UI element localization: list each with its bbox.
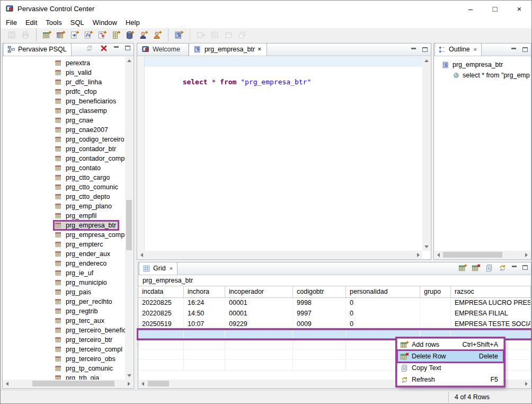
new-view-button[interactable]	[54, 29, 68, 41]
tree-item-table[interactable]: prg_terceiro_obs	[3, 354, 125, 364]
editor-tab[interactable]: prg_empresa_btr ×	[189, 43, 268, 56]
grid-column-header[interactable]: incdata	[138, 286, 184, 297]
window-button[interactable]	[221, 29, 235, 41]
tree-item-table[interactable]: pr_dfc_linha	[3, 77, 125, 87]
new-function-button[interactable]	[82, 29, 95, 41]
tree-item-table[interactable]: prg_ctto_depto	[3, 192, 125, 201]
tree-item-table[interactable]: prg_municipio	[3, 278, 125, 287]
tree-item-table[interactable]: prg_emp_plano	[3, 201, 125, 211]
close-button[interactable]: ×	[507, 1, 531, 16]
stop-icon[interactable]	[99, 43, 109, 54]
delete-row-button[interactable]	[471, 262, 481, 273]
tree-item-table[interactable]: prg_trb_gia	[3, 373, 125, 380]
save-button[interactable]	[5, 29, 19, 41]
close-tab-icon[interactable]: ×	[169, 265, 173, 271]
menu-item[interactable]: Tools	[41, 17, 66, 28]
sql-editor[interactable]: select * from "prg_empresa_btr"	[138, 57, 422, 251]
tree-item-table[interactable]: prg_terceiro_btr	[3, 335, 125, 345]
tree-item-table[interactable]: prg_terceiro_compl	[3, 345, 125, 354]
menu-item-refresh[interactable]: Refresh F5	[397, 374, 503, 385]
menu-item-delete-row[interactable]: Delete Row Delete	[397, 350, 503, 362]
outline-horizontal-scrollbar[interactable]	[435, 251, 530, 259]
new-table-button[interactable]	[36, 29, 54, 41]
tree-item-table[interactable]: pis_valid	[3, 68, 125, 77]
close-tab-icon[interactable]: ×	[473, 46, 477, 52]
sidebar-vertical-scrollbar[interactable]	[125, 57, 133, 380]
sidebar-horizontal-scrollbar[interactable]	[3, 380, 133, 388]
print-button[interactable]	[19, 29, 32, 41]
tree-item-table[interactable]: prg_ender_aux	[3, 249, 125, 259]
grid-row[interactable]	[138, 330, 531, 339]
maximize-panel-button[interactable]	[521, 47, 529, 54]
tree-item-table[interactable]: prg_empfil	[3, 211, 125, 221]
new-trigger-button[interactable]	[95, 29, 109, 41]
tree-item-table[interactable]: prg_contato	[3, 163, 125, 173]
menu-item[interactable]: SQL	[66, 17, 88, 28]
close-tab-icon[interactable]: ×	[258, 46, 261, 53]
export-data-button[interactable]	[190, 29, 208, 41]
refresh-icon[interactable]	[84, 43, 95, 54]
new-database-button[interactable]	[123, 29, 137, 41]
tree-item-table[interactable]: prg_codigo_terceiro	[3, 135, 125, 144]
new-index-button[interactable]	[109, 29, 123, 41]
sql-statement-line[interactable]: select * from "prg_empresa_btr"	[145, 57, 422, 67]
tree-item-table[interactable]: prg_ctto_comunic	[3, 182, 125, 192]
grid-column-header[interactable]: inchora	[184, 286, 225, 297]
tree-item-table[interactable]: prg_cnae	[3, 116, 125, 125]
open-grid-button[interactable]	[208, 29, 221, 41]
menu-item-add-rows[interactable]: Add rows Ctrl+Shift+A	[397, 339, 503, 350]
editor-horizontal-scrollbar[interactable]	[138, 251, 422, 259]
maximize-panel-button[interactable]	[123, 45, 131, 52]
tree-item-table[interactable]: prg_contador_compl	[3, 154, 125, 163]
tree-item-table[interactable]: prg_terc_aux	[3, 316, 125, 326]
editor-tab[interactable]: Welcome	[137, 43, 189, 56]
editor-vertical-scrollbar[interactable]	[422, 57, 430, 251]
copy-button[interactable]	[484, 262, 494, 273]
maximize-button[interactable]: □	[483, 1, 507, 16]
menu-item[interactable]: File	[2, 17, 21, 28]
windows-button[interactable]	[235, 29, 249, 41]
menu-item[interactable]: Edit	[21, 17, 41, 28]
tree-item-table[interactable]: prg_ie_uf	[3, 268, 125, 278]
tree-item-table[interactable]: prg_per_reclhto	[3, 297, 125, 306]
maximize-panel-button[interactable]	[521, 265, 529, 271]
minimize-button[interactable]: –	[458, 1, 483, 16]
tree-item-table[interactable]: prg_classemp	[3, 106, 125, 116]
grid-row[interactable]: 20220825 16:24 00001 9998 0 EMPRESA LUCR…	[138, 298, 531, 309]
minimize-panel-button[interactable]	[410, 47, 418, 54]
grid-column-header[interactable]: razsoc	[451, 286, 531, 297]
tree-item-table[interactable]: prg_regtrib	[3, 306, 125, 316]
menu-item[interactable]: Help	[121, 17, 144, 28]
tree-item-table[interactable]: prg_cnae2007	[3, 125, 125, 135]
tree-item-table[interactable]: prg_empresa_btr	[3, 221, 125, 230]
tree-item-table[interactable]: prg_pais	[3, 287, 125, 297]
tree-item-table[interactable]: prdfc_cfop	[3, 87, 125, 96]
maximize-panel-button[interactable]	[421, 47, 429, 54]
new-script-button[interactable]	[68, 29, 82, 41]
menu-item-copy-text[interactable]: Copy Text	[397, 362, 503, 374]
tree-item-table[interactable]: prg_beneficiarios	[3, 96, 125, 106]
minimize-panel-button[interactable]	[510, 265, 518, 271]
tab-grid[interactable]: Grid ×	[139, 262, 178, 275]
outline-statement-item[interactable]: select * from "prg_emp	[435, 70, 530, 81]
tree-item-table[interactable]: prg_empterc	[3, 240, 125, 249]
new-sql-document-button[interactable]	[168, 29, 186, 41]
tree-item-table[interactable]: prg_contador_btr	[3, 144, 125, 154]
grid-column-header[interactable]: incoperador	[225, 286, 293, 297]
menu-item[interactable]: Window	[88, 17, 121, 28]
outline-root-item[interactable]: prg_empresa_btr	[435, 59, 530, 70]
grid-row[interactable]: 20220825 14:50 00001 9997 0 EMPRESA FILI…	[138, 309, 531, 319]
tree-item-table[interactable]: prg_terceiro_benefic	[3, 326, 125, 335]
add-rows-button[interactable]	[457, 262, 468, 273]
tree-item-table[interactable]: perextra	[3, 58, 125, 68]
grid-column-header[interactable]: codigobtr	[293, 286, 346, 297]
grid-column-header[interactable]: grupo	[420, 286, 451, 297]
new-user-button[interactable]	[137, 29, 150, 41]
tab-outline[interactable]: Outline ×	[435, 43, 482, 56]
tree-item-table[interactable]: prg_ctto_cargo	[3, 173, 125, 182]
grid-row[interactable]: 20250519 10:07 09229 0009 0 EMPRESA TEST…	[138, 319, 531, 330]
grid-column-header[interactable]: personalidad	[346, 286, 420, 297]
new-group-button[interactable]	[150, 29, 164, 41]
minimize-panel-button[interactable]	[112, 45, 120, 52]
tree-item-table[interactable]: prg_empresa_compl	[3, 230, 125, 240]
